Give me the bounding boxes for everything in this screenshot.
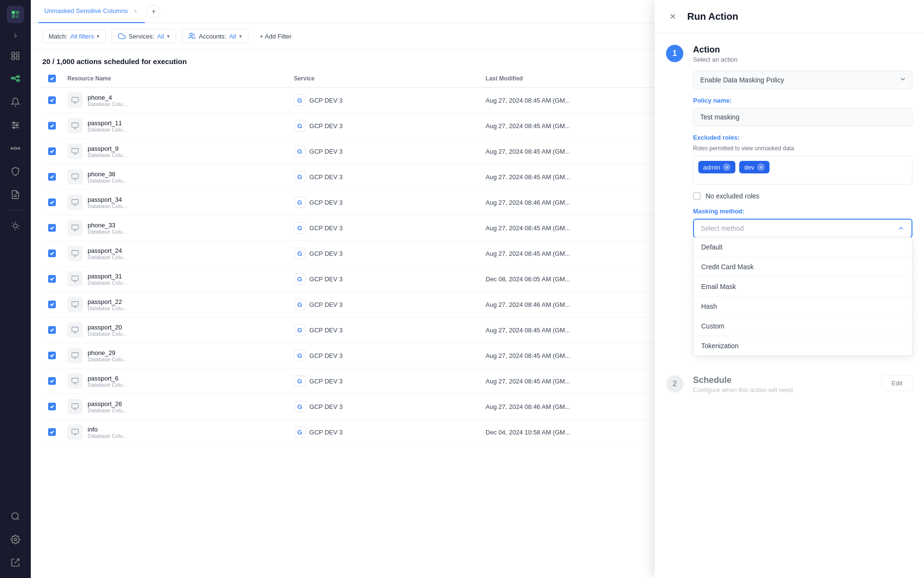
filter-services[interactable]: Services: All ▾ <box>112 29 176 43</box>
dropdown-item-tokenization[interactable]: Tokenization <box>693 336 912 355</box>
resource-icon <box>67 373 83 389</box>
sidebar-item-search[interactable] <box>6 507 25 526</box>
resource-type-text: Database Colu... <box>88 280 127 286</box>
svg-rect-4 <box>12 53 15 55</box>
panel-header: Run Action <box>654 0 924 33</box>
panel-close-button[interactable] <box>666 10 680 23</box>
sidebar-item-settings-sub[interactable] <box>6 116 25 135</box>
gcp-icon: G <box>294 171 306 183</box>
svg-point-18 <box>13 127 14 128</box>
row-checkbox[interactable] <box>48 250 56 257</box>
sidebar-item-shield[interactable] <box>6 162 25 181</box>
row-checkbox-cell[interactable] <box>42 368 62 394</box>
row-checkbox-cell[interactable] <box>42 292 62 317</box>
tab-add-button[interactable]: + <box>147 5 160 18</box>
dropdown-item-email[interactable]: Email Mask <box>693 277 912 297</box>
dropdown-item-credit-card[interactable]: Credit Card Mask <box>693 257 912 277</box>
row-checkbox-cell[interactable] <box>42 343 62 368</box>
row-checkbox[interactable] <box>48 326 56 334</box>
row-checkbox-cell[interactable] <box>42 215 62 241</box>
row-checkbox-cell[interactable] <box>42 420 62 445</box>
action-select[interactable]: Enable Data Masking Policy <box>693 71 912 89</box>
resource-name-text: info <box>88 426 127 433</box>
role-tag-dev-close[interactable]: × <box>757 163 765 171</box>
no-excluded-roles-checkbox[interactable] <box>693 192 701 200</box>
masking-method-select[interactable]: Select method <box>693 219 912 238</box>
row-checkbox-cell[interactable] <box>42 139 62 164</box>
step2-edit-button[interactable]: Edit <box>882 375 912 391</box>
role-tag-dev: dev × <box>739 161 770 173</box>
gcp-g-letter: G <box>297 250 302 257</box>
row-checkbox[interactable] <box>48 301 56 308</box>
row-checkbox-cell[interactable] <box>42 164 62 190</box>
sidebar-item-gear[interactable] <box>6 530 25 549</box>
action-form-group: Enable Data Masking Policy <box>693 71 912 89</box>
tab-close-button[interactable]: × <box>131 7 139 15</box>
row-checkbox-cell[interactable] <box>42 88 62 113</box>
resource-name-text: phone_29 <box>88 349 127 356</box>
sidebar-item-bell[interactable] <box>6 92 25 112</box>
resource-icon <box>67 348 83 363</box>
sidebar-item-lineage[interactable] <box>6 69 25 89</box>
dropdown-item-default[interactable]: Default <box>693 237 912 257</box>
row-checkbox[interactable] <box>48 147 56 155</box>
row-service: G GCP DEV 3 <box>288 368 480 394</box>
row-checkbox-cell[interactable] <box>42 266 62 292</box>
sidebar-item-sun[interactable] <box>6 216 25 236</box>
row-checkbox[interactable] <box>48 377 56 385</box>
filter-accounts[interactable]: Accounts: All ▾ <box>182 29 248 43</box>
row-service: G GCP DEV 3 <box>288 88 480 113</box>
gcp-icon: G <box>294 401 306 412</box>
row-checkbox[interactable] <box>48 198 56 206</box>
tags-area[interactable]: admin × dev × <box>693 156 912 184</box>
sidebar-item-chart[interactable] <box>6 46 25 66</box>
sidebar-item-export[interactable] <box>6 553 25 572</box>
svg-rect-61 <box>72 302 78 306</box>
row-checkbox[interactable] <box>48 403 56 410</box>
sidebar-toggle[interactable] <box>11 31 20 40</box>
filter-match[interactable]: Match: All filters ▾ <box>42 29 106 43</box>
tab-unmasked-sensitive[interactable]: Unmasked Sensitive Columns × <box>38 0 145 23</box>
resource-type-text: Database Colu... <box>88 127 127 132</box>
add-filter-button[interactable]: + Add Filter <box>254 30 297 43</box>
sidebar-item-reports[interactable] <box>6 185 25 204</box>
sidebar-logo <box>7 6 24 23</box>
service-name: GCP DEV 3 <box>309 148 343 155</box>
row-checkbox-cell[interactable] <box>42 394 62 420</box>
header-checkbox[interactable] <box>42 70 62 88</box>
resource-name-text: passport_11 <box>88 119 127 127</box>
dropdown-item-custom[interactable]: Custom <box>693 316 912 336</box>
svg-rect-49 <box>72 199 78 204</box>
service-name: GCP DEV 3 <box>309 250 343 257</box>
services-chevron-icon: ▾ <box>167 33 170 39</box>
row-checkbox-cell[interactable] <box>42 317 62 343</box>
row-checkbox-cell[interactable] <box>42 241 62 266</box>
row-checkbox-cell[interactable] <box>42 190 62 215</box>
policy-name-input[interactable] <box>693 108 912 126</box>
resource-icon <box>67 322 83 338</box>
gcp-icon: G <box>294 426 306 438</box>
action-select-value: Enable Data Masking Policy <box>700 76 784 84</box>
row-checkbox[interactable] <box>48 352 56 359</box>
row-checkbox[interactable] <box>48 173 56 181</box>
dropdown-item-hash[interactable]: Hash <box>693 297 912 316</box>
svg-rect-6 <box>12 57 15 60</box>
row-checkbox[interactable] <box>48 275 56 283</box>
svg-point-19 <box>14 147 17 150</box>
gcp-g-letter: G <box>297 97 302 104</box>
row-checkbox[interactable] <box>48 122 56 130</box>
resource-icon <box>67 144 83 159</box>
gcp-icon: G <box>294 145 306 157</box>
select-all-checkbox[interactable] <box>48 75 56 82</box>
row-checkbox[interactable] <box>48 428 56 436</box>
masking-placeholder: Select method <box>701 224 744 232</box>
gcp-icon: G <box>294 222 306 234</box>
row-checkbox-cell[interactable] <box>42 113 62 139</box>
row-checkbox[interactable] <box>48 224 56 232</box>
sidebar-item-connections[interactable] <box>6 139 25 158</box>
svg-rect-64 <box>72 327 78 331</box>
role-tag-admin-close[interactable]: × <box>723 163 731 171</box>
svg-rect-58 <box>72 276 78 280</box>
row-checkbox[interactable] <box>48 96 56 104</box>
resource-type-text: Database Colu... <box>88 101 127 107</box>
